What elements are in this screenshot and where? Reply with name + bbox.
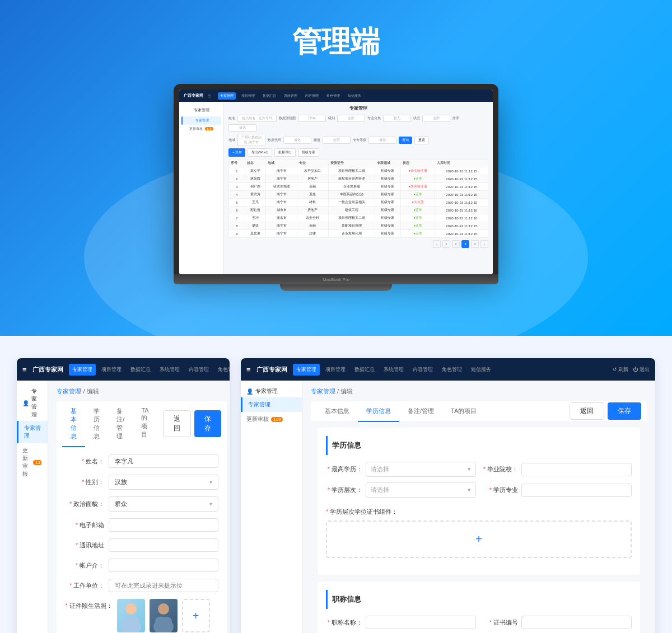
input-email[interactable] — [109, 518, 218, 532]
table-row[interactable]: 9 莫其果 南宁市 法律 企业发展化用 初级专家 ●正常 2020-10-31 … — [229, 230, 488, 238]
right-nav-project[interactable]: 项目管理 — [322, 364, 349, 376]
mini-nav-item-expert[interactable]: 专家管理 — [218, 92, 236, 100]
left-tabs: 基本信息 学历信息 备注/管理 TA的项目 — [57, 401, 162, 446]
mini-nav-item-role[interactable]: 角色管理 — [324, 92, 342, 100]
input-title-name[interactable] — [366, 616, 476, 629]
mini-view-btn[interactable]: 填组专家 — [298, 148, 319, 157]
left-save-btn[interactable]: 保存 — [194, 410, 221, 437]
filter-range-select[interactable]: 只/4L — [298, 115, 326, 122]
left-nav-project[interactable]: 项目管理 — [98, 364, 125, 376]
right-nav-data[interactable]: 数据汇总 — [351, 364, 378, 376]
page-4[interactable]: 4 — [471, 240, 479, 248]
input-work[interactable] — [109, 579, 218, 592]
mini-table: 序号 姓名 地域 专业 资质证号 专家领域 状态 入库时间 — [228, 159, 488, 238]
mini-export-btn[interactable]: 导出(Word) — [248, 148, 272, 157]
input-address[interactable] — [109, 538, 218, 552]
right-save-btn[interactable]: 保存 — [608, 402, 641, 420]
left-nav-content[interactable]: 内容管理 — [185, 364, 212, 376]
filter-level-select[interactable]: 全部 — [337, 115, 365, 122]
mini-sidebar-expert[interactable]: 专家管理 — [181, 116, 221, 125]
filter-region-label: 地域 — [228, 138, 235, 143]
filter-name-input[interactable]: 输入姓名、证件号码 — [237, 115, 277, 122]
top-section: 管理端 广西专家网 ≡ 专家管理 项目管理 数据汇总 — [0, 0, 672, 336]
mini-nav-item-content[interactable]: 内容管理 — [303, 92, 321, 100]
mini-batch-export-btn[interactable]: 批量导出 — [274, 148, 296, 157]
table-row[interactable]: 4 黄武涛 南宁市 卫生 中医药品内分泌 初级专家 ●正常 2020-10-31… — [229, 191, 488, 199]
page-prev[interactable]: ‹ — [433, 240, 441, 248]
filter-code-select[interactable]: 请选 — [283, 137, 311, 144]
filter-channel-select[interactable]: 全部 — [323, 137, 351, 144]
edu-cert-upload[interactable]: + — [326, 521, 632, 558]
right-tab-projects[interactable]: TA的项目 — [442, 401, 485, 422]
page-next[interactable]: › — [480, 240, 488, 248]
right-back-btn[interactable]: 返回 — [570, 402, 604, 420]
mini-nav-item-data[interactable]: 数据汇总 — [260, 92, 278, 100]
breadcrumb-link[interactable]: 专家管理 — [57, 388, 81, 395]
tab-basic-info[interactable]: 基本信息 — [62, 401, 85, 447]
mini-filter-row-1: 姓名 输入姓名、证件号码 数据源范围 只/4L 级别 全部 专业分类 暂无 状态 — [228, 115, 488, 132]
select-political[interactable]: 群众 ▾ — [109, 496, 218, 512]
right-tab-edu[interactable]: 学历信息 — [358, 401, 399, 422]
left-nav-data[interactable]: 数据汇总 — [127, 364, 154, 376]
mini-sidebar-review[interactable]: 更新审核 119 — [181, 125, 221, 133]
left-nav: ≡ 广西专家网 专家管理 项目管理 数据汇总 系统管理 内容管理 角色管理 短信… — [17, 358, 230, 381]
right-tab-notes[interactable]: 备注/管理 — [399, 401, 442, 422]
right-sidebar-review[interactable]: 更新审核 119 — [241, 412, 302, 426]
filter-sort-label: 排序 — [452, 116, 459, 121]
table-row[interactable]: 6 彩虹道 城市市 房地产 建筑工程 初级专家 ●正常 2020-10-31 1… — [229, 207, 488, 214]
filter-sort-select[interactable]: 请选 — [228, 124, 256, 132]
left-nav-expert[interactable]: 专家管理 — [69, 364, 96, 376]
tab-notes[interactable]: 备注/管理 — [108, 401, 133, 447]
left-tab-bar: 基本信息 学历信息 备注/管理 TA的项目 返回 保存 — [57, 401, 226, 446]
page-1[interactable]: 1 — [442, 240, 450, 248]
right-nav-content[interactable]: 内容管理 — [409, 364, 436, 376]
right-nav-system[interactable]: 系统管理 — [380, 364, 407, 376]
mini-reset-btn[interactable]: 重置 — [414, 136, 429, 144]
filter-status-select[interactable]: 全部 — [422, 115, 450, 122]
left-sidebar-review[interactable]: 更新审核 119 — [17, 443, 48, 481]
left-logo: 广西专家网 — [32, 365, 63, 374]
filter-region-select[interactable]: 广西壮族自治区,南宁市 — [237, 134, 265, 146]
select-gender[interactable]: 汉族 ▾ — [109, 475, 218, 490]
table-row[interactable]: 3 倒尸杰 研究生地图 金融 企业发展服 初级专家 ●未实验注册 2020-10… — [229, 183, 488, 191]
right-refresh-btn[interactable]: ↺ 刷新 — [613, 366, 629, 373]
select-degree[interactable]: 请选择 ▾ — [366, 482, 476, 498]
left-nav-system[interactable]: 系统管理 — [156, 364, 183, 376]
table-row[interactable]: 5 王凡 南宁市 材料 一般企业前后相关 初级专家 ●大失落 2020-10-3… — [229, 199, 488, 207]
mini-search-btn[interactable]: 查询 — [399, 137, 412, 144]
left-back-btn[interactable]: 返回 — [163, 410, 191, 437]
filter-category-select[interactable]: 暂无 — [383, 115, 411, 122]
form-row-political: 政治面貌： 群众 ▾ — [65, 496, 218, 512]
page-2[interactable]: 2 — [452, 240, 460, 248]
table-row[interactable]: 2 林光辉 南宁市 房地产 装配项目管理管理 初级专家 ●正常 2020-10-… — [229, 175, 488, 183]
label-highest-edu: 最高学历： — [326, 465, 362, 473]
input-account[interactable] — [109, 559, 218, 572]
select-highest-edu[interactable]: 请选择 ▾ — [366, 462, 476, 477]
page-3[interactable]: 3 — [461, 240, 469, 248]
tab-projects[interactable]: TA的项目 — [133, 401, 157, 447]
right-nav-role[interactable]: 角色管理 — [438, 364, 465, 376]
input-name[interactable] — [109, 454, 218, 468]
table-row[interactable]: 1 郑立平 南宁市 农产品加工 项目管理相关二级 初级专家 ●未实验注册 202… — [229, 167, 488, 175]
right-tab-basic[interactable]: 基本信息 — [316, 401, 358, 422]
right-sidebar-expert[interactable]: 专家管理 — [241, 397, 302, 412]
tab-education[interactable]: 学历信息 — [85, 401, 108, 447]
mini-nav-item-project[interactable]: 项目管理 — [239, 92, 257, 100]
add-photo-btn[interactable]: + — [182, 599, 210, 632]
left-sidebar-expert[interactable]: 专家管理 — [17, 421, 48, 443]
right-logout-btn[interactable]: ⏻ 退出 — [633, 366, 650, 373]
left-nav-role[interactable]: 角色管理 — [214, 364, 230, 376]
input-title-cert-num[interactable] — [521, 616, 632, 629]
table-row[interactable]: 8 梁坚 南宁市 金融 装配项目管理 初级专家 ●正常 2020-10-31 1… — [229, 222, 488, 230]
input-study-major[interactable] — [521, 484, 632, 497]
table-row[interactable]: 7 王冲 无名市 农业全村 项目管理相关二级 初级专家 ●正常 2020-10-… — [229, 214, 488, 222]
input-graduate-school[interactable] — [521, 463, 632, 476]
right-breadcrumb-link[interactable]: 专家管理 — [311, 388, 335, 395]
right-nav-expert[interactable]: 专家管理 — [293, 364, 320, 376]
mini-nav-item-system[interactable]: 系统管理 — [282, 92, 300, 100]
mini-nav-item-sms[interactable]: 短信服务 — [346, 92, 363, 100]
filter-grade-select[interactable]: 请选 — [368, 137, 396, 144]
laptop-base — [174, 274, 498, 284]
mini-add-btn[interactable]: ＋添加 — [228, 148, 245, 157]
right-nav-sms[interactable]: 短信服务 — [468, 364, 494, 376]
